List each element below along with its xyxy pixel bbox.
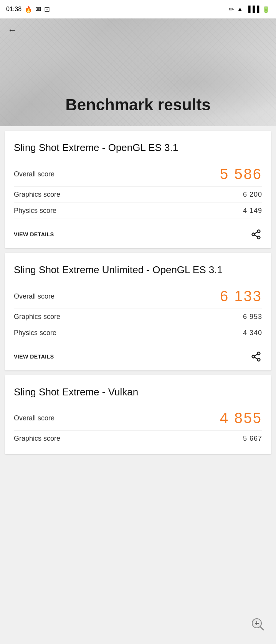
overall-value-2: 6 133	[220, 288, 262, 305]
status-right: ✏ ▲ ▐▐▐ 🔋	[229, 6, 270, 13]
physics-label-1: Physics score	[14, 207, 56, 215]
benchmark-card-3: Sling Shot Extreme - Vulkan Overall scor…	[5, 375, 271, 455]
svg-line-9	[255, 354, 258, 356]
physics-value-1: 4 149	[243, 207, 262, 215]
zoom-icon	[251, 617, 264, 631]
svg-line-8	[255, 357, 258, 359]
graphics-value-1: 6 200	[243, 191, 262, 199]
mail-icon: ✉	[35, 5, 41, 13]
physics-score-row-2: Physics score 4 340	[14, 325, 262, 341]
view-details-button-2[interactable]: VIEW DETAILS	[14, 354, 54, 360]
overall-score-row-3: Overall score 4 855	[14, 406, 262, 431]
share-button-2[interactable]	[250, 350, 262, 363]
physics-score-row-1: Physics score 4 149	[14, 203, 262, 219]
share-button-1[interactable]	[250, 228, 262, 241]
battery-icon: 🔋	[262, 6, 270, 13]
graphics-value-3: 5 667	[243, 435, 262, 443]
card-2-title: Sling Shot Extreme Unlimited - OpenGL ES…	[14, 264, 262, 277]
graphics-score-row-2: Graphics score 6 953	[14, 309, 262, 325]
graphics-label-1: Graphics score	[14, 191, 60, 199]
view-details-button-1[interactable]: VIEW DETAILS	[14, 231, 54, 237]
overall-value-3: 4 855	[220, 410, 262, 427]
overall-label-1: Overall score	[14, 170, 55, 178]
card-1-title: Sling Shot Extreme - OpenGL ES 3.1	[14, 141, 262, 154]
overall-score-row-2: Overall score 6 133	[14, 284, 262, 309]
overall-value-1: 5 586	[220, 166, 262, 183]
physics-value-2: 4 340	[243, 329, 262, 337]
graphics-score-row-3: Graphics score 5 667	[14, 431, 262, 446]
flame-icon: 🔥	[25, 6, 32, 13]
signal-icon: ▐▐▐	[246, 6, 259, 13]
card-1-footer: VIEW DETAILS	[14, 225, 262, 241]
benchmark-card-1: Sling Shot Extreme - OpenGL ES 3.1 Overa…	[5, 131, 271, 248]
graphics-score-row-1: Graphics score 6 200	[14, 187, 262, 203]
content-area: Sling Shot Extreme - OpenGL ES 3.1 Overa…	[0, 131, 276, 462]
benchmark-card-2: Sling Shot Extreme Unlimited - OpenGL ES…	[5, 253, 271, 370]
overall-label-3: Overall score	[14, 414, 55, 422]
card-3-title: Sling Shot Extreme - Vulkan	[14, 386, 262, 399]
graphics-value-2: 6 953	[243, 313, 262, 321]
edit-icon: ✏	[229, 6, 234, 13]
hero-section: ← Benchmark results	[0, 18, 276, 126]
physics-label-2: Physics score	[14, 329, 56, 337]
page-title: Benchmark results	[0, 95, 276, 126]
status-left: 01:38 🔥 ✉ ⊡	[6, 5, 50, 13]
status-time: 01:38	[6, 6, 21, 13]
overall-label-2: Overall score	[14, 292, 55, 300]
status-bar: 01:38 🔥 ✉ ⊡ ✏ ▲ ▐▐▐ 🔋	[0, 0, 276, 18]
back-button[interactable]: ←	[6, 23, 18, 37]
photo-icon: ⊡	[44, 5, 50, 13]
wifi-icon: ▲	[237, 6, 243, 13]
zoom-icon-wrap	[251, 617, 264, 632]
graphics-label-3: Graphics score	[14, 435, 60, 443]
card-2-footer: VIEW DETAILS	[14, 347, 262, 363]
svg-line-4	[255, 232, 258, 234]
svg-line-3	[255, 235, 258, 237]
graphics-label-2: Graphics score	[14, 313, 60, 321]
overall-score-row-1: Overall score 5 586	[14, 162, 262, 187]
svg-line-11	[260, 627, 263, 630]
